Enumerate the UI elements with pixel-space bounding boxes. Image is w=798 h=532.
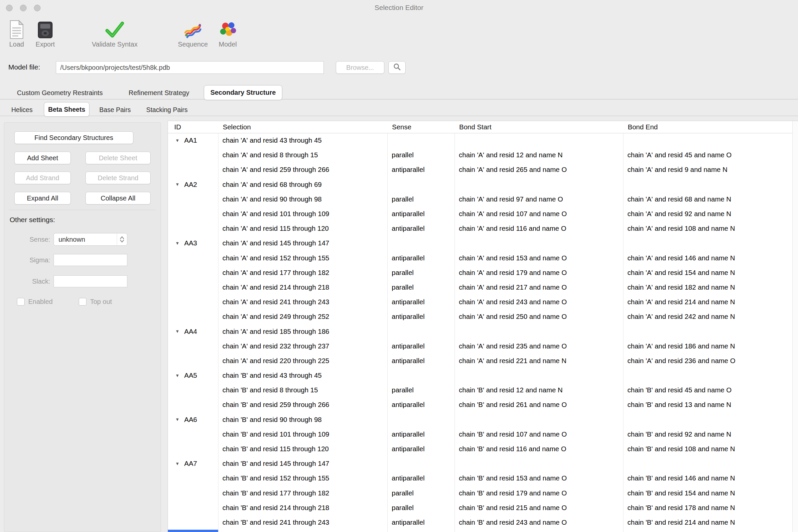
sense-select[interactable]: unknown (54, 233, 127, 246)
validate-syntax-label: Validate Syntax (92, 41, 138, 48)
add-sheet-button[interactable]: Add Sheet (14, 152, 71, 164)
row-selection-cell: chain 'B' and resid 214 through 218 (218, 504, 387, 512)
row-selection-cell: chain 'A' and resid 115 through 120 (218, 225, 387, 232)
row-selection-cell: chain 'A' and resid 68 through 69 (218, 180, 387, 189)
row-sense-cell: antiparallel (387, 312, 455, 321)
sheet-id-label: AA6 (184, 416, 197, 424)
disclosure-triangle-icon[interactable]: ▼ (175, 373, 180, 378)
table-row[interactable]: chain 'A' and resid 232 through 237antip… (168, 339, 793, 354)
row-id-cell: ▼AA7 (168, 459, 218, 468)
row-selection-cell: chain 'A' and resid 259 through 266 (218, 166, 387, 174)
table-row[interactable]: ▼AA1chain 'A' and resid 43 through 45 (168, 133, 793, 148)
table-row[interactable]: chain 'B' and resid 8 through 15parallel… (168, 383, 793, 397)
row-sense-cell: parallel (387, 283, 455, 291)
window-title: Selection Editor (0, 4, 798, 12)
export-button[interactable]: Export (32, 15, 58, 48)
subtab-stacking-pairs[interactable]: Stacking Pairs (140, 103, 194, 116)
partial-selected-row[interactable] (168, 530, 218, 532)
table-row[interactable]: chain 'B' and resid 259 through 266antip… (168, 397, 793, 412)
table-row[interactable]: chain 'B' and resid 152 through 155antip… (168, 471, 793, 486)
table-row[interactable]: ▼AA7chain 'B' and resid 145 through 147 (168, 456, 793, 471)
tab-secondary-structure[interactable]: Secondary Structure (204, 85, 282, 100)
table-row[interactable]: ▼AA6chain 'B' and resid 90 through 98 (168, 412, 793, 427)
disclosure-triangle-icon[interactable]: ▼ (175, 182, 180, 187)
table-row[interactable]: chain 'A' and resid 177 through 182paral… (168, 265, 793, 280)
sequence-button[interactable]: Sequence (172, 15, 213, 48)
enabled-checkbox[interactable] (17, 298, 25, 306)
disclosure-triangle-icon[interactable]: ▼ (175, 329, 180, 334)
collapse-all-button[interactable]: Collapse All (86, 192, 151, 205)
validate-syntax-button[interactable]: Validate Syntax (85, 15, 145, 48)
tab-refinement-strategy[interactable]: Refinement Strategy (123, 87, 195, 99)
stepper-chevrons-icon (117, 233, 127, 245)
subtab-beta-sheets[interactable]: Beta Sheets (44, 102, 90, 117)
model-search-button[interactable] (388, 61, 406, 74)
load-label: Load (9, 41, 24, 48)
subtab-base-pairs[interactable]: Base Pairs (97, 103, 133, 116)
table-row[interactable]: ▼AA2chain 'A' and resid 68 through 69 (168, 177, 793, 192)
model-button[interactable]: Model (213, 15, 243, 48)
tab-custom-geometry-restraints[interactable]: Custom Geometry Restraints (8, 87, 111, 99)
column-header-bond-start[interactable]: Bond Start (455, 123, 623, 131)
table-row[interactable]: chain 'A' and resid 152 through 155antip… (168, 251, 793, 265)
disclosure-triangle-icon[interactable]: ▼ (175, 461, 180, 466)
table-scrollbar[interactable] (792, 121, 798, 532)
row-selection-cell: chain 'A' and resid 177 through 182 (218, 269, 387, 277)
table-row[interactable]: chain 'A' and resid 214 through 218paral… (168, 280, 793, 294)
table-row[interactable]: ▼AA5chain 'B' and resid 43 through 45 (168, 368, 793, 383)
delete-strand-button[interactable]: Delete Strand (86, 172, 151, 184)
subtab-helices[interactable]: Helices (8, 103, 36, 116)
row-selection-cell: chain 'A' and resid 101 through 109 (218, 210, 387, 218)
sheet-id-label: AA7 (184, 459, 197, 468)
table-row[interactable]: chain 'A' and resid 259 through 266antip… (168, 162, 793, 177)
table-row[interactable]: chain 'B' and resid 115 through 120antip… (168, 441, 793, 456)
browse-button[interactable]: Browse... (336, 61, 384, 74)
slack-input[interactable] (54, 275, 127, 287)
table-row[interactable]: ▼AA4chain 'A' and resid 185 through 186 (168, 324, 793, 339)
table-row[interactable]: chain 'A' and resid 220 through 225antip… (168, 354, 793, 368)
column-header-bond-end[interactable]: Bond End (623, 123, 793, 131)
expand-all-button[interactable]: Expand All (14, 192, 71, 205)
model-file-input[interactable] (56, 61, 324, 74)
row-selection-cell: chain 'B' and resid 177 through 182 (218, 489, 387, 497)
find-secondary-structures-button[interactable]: Find Secondary Structures (14, 131, 133, 144)
table-row[interactable]: chain 'B' and resid 214 through 218paral… (168, 500, 793, 515)
table-row[interactable]: chain 'A' and resid 90 through 98paralle… (168, 192, 793, 207)
column-header-id[interactable]: ID (168, 123, 218, 131)
row-bond-start-cell: chain 'A' and resid 265 and name O (455, 166, 623, 174)
delete-sheet-button[interactable]: Delete Sheet (86, 152, 151, 164)
disclosure-triangle-icon[interactable]: ▼ (175, 138, 180, 143)
row-selection-cell: chain 'B' and resid 145 through 147 (218, 459, 387, 468)
model-icon (219, 15, 237, 39)
table-row[interactable]: chain 'B' and resid 241 through 243antip… (168, 515, 793, 530)
row-bond-end-cell: chain 'A' and resid 146 and name N (623, 254, 793, 262)
column-header-selection[interactable]: Selection (218, 123, 387, 131)
table-row[interactable]: chain 'A' and resid 249 through 252antip… (168, 309, 793, 324)
row-selection-cell: chain 'A' and resid 214 through 218 (218, 283, 387, 291)
column-divider (455, 121, 455, 532)
table-row[interactable]: ▼AA3chain 'A' and resid 145 through 147 (168, 236, 793, 250)
row-sense-cell: antiparallel (387, 254, 455, 262)
table-row[interactable]: chain 'A' and resid 101 through 109antip… (168, 207, 793, 221)
row-bond-start-cell: chain 'B' and resid 12 and name N (455, 386, 623, 394)
top-out-checkbox[interactable] (79, 298, 87, 306)
add-strand-button[interactable]: Add Strand (14, 172, 71, 184)
row-bond-start-cell: chain 'A' and resid 116 and name O (455, 225, 623, 232)
row-selection-cell: chain 'A' and resid 43 through 45 (218, 136, 387, 144)
sigma-input[interactable] (54, 254, 127, 266)
disclosure-triangle-icon[interactable]: ▼ (175, 417, 180, 422)
row-bond-end-cell: chain 'B' and resid 13 and name N (623, 401, 793, 408)
table-row[interactable]: chain 'B' and resid 177 through 182paral… (168, 486, 793, 500)
table-row[interactable]: chain 'A' and resid 241 through 243antip… (168, 294, 793, 309)
row-bond-end-cell: chain 'B' and resid 108 and name N (623, 445, 793, 453)
table-row[interactable]: chain 'B' and resid 101 through 109antip… (168, 427, 793, 441)
load-button[interactable]: Load (4, 15, 29, 48)
disclosure-triangle-icon[interactable]: ▼ (175, 241, 180, 246)
row-bond-start-cell: chain 'B' and resid 261 and name O (455, 401, 623, 408)
row-selection-cell: chain 'B' and resid 8 through 15 (218, 386, 387, 394)
table-body: ▼AA1chain 'A' and resid 43 through 45cha… (168, 133, 793, 530)
row-sense-cell: parallel (387, 504, 455, 512)
column-header-sense[interactable]: Sense (387, 123, 455, 131)
table-row[interactable]: chain 'A' and resid 8 through 15parallel… (168, 148, 793, 162)
table-row[interactable]: chain 'A' and resid 115 through 120antip… (168, 221, 793, 236)
